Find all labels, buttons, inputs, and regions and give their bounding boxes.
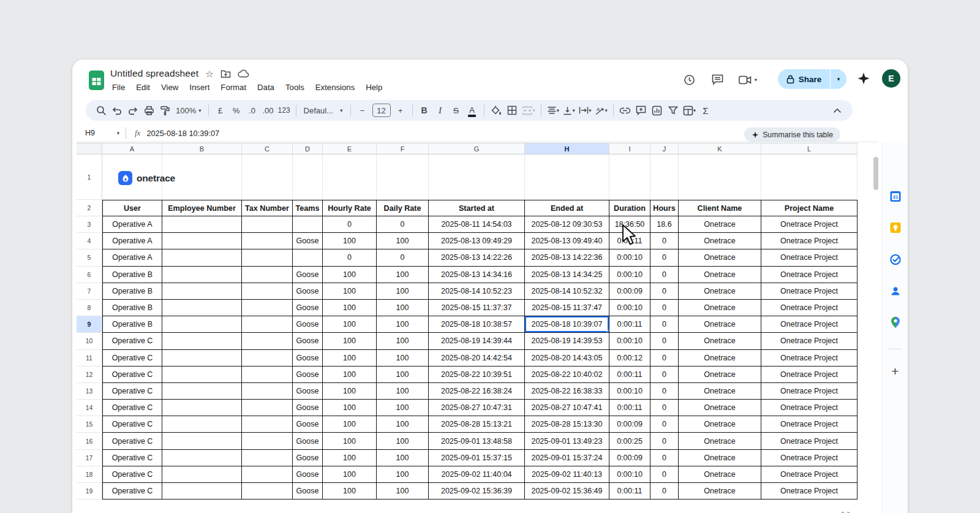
cell-K10[interactable]: Onetrace — [679, 333, 761, 349]
cell-I14[interactable]: 0:00:11 — [609, 400, 650, 416]
meet-caret-icon[interactable]: ▾ — [755, 77, 757, 83]
cell-E10[interactable]: 100 — [323, 333, 377, 349]
cell-B6[interactable] — [162, 267, 242, 283]
cell-J6[interactable]: 0 — [650, 267, 679, 283]
currency-format-button[interactable]: £ — [213, 102, 228, 118]
cell-E18[interactable]: 100 — [323, 466, 377, 483]
cell-I15[interactable]: 0:00:09 — [609, 416, 650, 433]
cell-K18[interactable]: Onetrace — [679, 466, 761, 483]
keep-icon[interactable] — [889, 222, 901, 236]
cell-D7[interactable]: Goose — [293, 283, 323, 300]
cell-E3[interactable]: 0 — [323, 216, 377, 233]
cell-J16[interactable]: 0 — [650, 433, 679, 449]
cell-I11[interactable]: 0:00:12 — [609, 350, 650, 367]
cell-J19[interactable]: 0 — [650, 483, 679, 500]
header-cell-D2[interactable]: Teams — [293, 200, 323, 216]
borders-icon[interactable] — [504, 102, 520, 118]
cell-K3[interactable]: Onetrace — [679, 216, 761, 233]
cell-G9[interactable]: 2025-08-18 10:38:57 — [429, 316, 525, 333]
version-history-icon[interactable] — [681, 72, 697, 88]
cell-B11[interactable] — [162, 350, 242, 367]
cell-G12[interactable]: 2025-08-22 10:39:51 — [429, 367, 525, 383]
cell-F19[interactable]: 100 — [377, 483, 429, 500]
column-header-C[interactable]: C — [242, 143, 293, 154]
cell-A19[interactable]: Operative C — [102, 483, 162, 500]
cell-K1[interactable] — [679, 154, 761, 200]
cell-I5[interactable]: 0:00:10 — [609, 249, 650, 266]
row-header-8[interactable]: 8 — [77, 300, 102, 316]
row-header-2[interactable]: 2 — [77, 200, 102, 216]
cell-K16[interactable]: Onetrace — [679, 433, 761, 449]
cell-G7[interactable]: 2025-08-14 10:52:23 — [429, 283, 525, 300]
cell-D19[interactable]: Goose — [293, 483, 323, 500]
row-header-12[interactable]: 12 — [77, 367, 102, 383]
cell-G14[interactable]: 2025-08-27 10:47:31 — [429, 400, 525, 416]
header-cell-F2[interactable]: Daily Rate — [377, 200, 429, 216]
cell-J11[interactable]: 0 — [650, 350, 679, 367]
cell-K12[interactable]: Onetrace — [679, 367, 761, 383]
cell-F6[interactable]: 100 — [377, 267, 429, 283]
menu-tools[interactable]: Tools — [280, 82, 310, 93]
row-header-4[interactable]: 4 — [77, 233, 102, 249]
cell-L8[interactable]: Onetrace Project — [761, 300, 858, 316]
column-header-E[interactable]: E — [323, 143, 377, 154]
text-color-button[interactable]: A — [464, 102, 480, 118]
cell-G5[interactable]: 2025-08-13 14:22:26 — [429, 249, 525, 266]
text-rotation-icon[interactable]: A ▾ — [593, 102, 609, 118]
cell-E16[interactable]: 100 — [323, 433, 377, 449]
zoom-select[interactable]: 100%▾ — [173, 102, 205, 118]
cell-C11[interactable] — [242, 350, 293, 367]
cell-I12[interactable]: 0:00:11 — [609, 367, 650, 383]
share-button[interactable]: Share ▾ — [778, 69, 846, 89]
cell-J10[interactable]: 0 — [650, 333, 679, 349]
cell-I1[interactable] — [609, 154, 650, 200]
cell-E13[interactable]: 100 — [323, 383, 377, 400]
insert-comment-icon[interactable] — [633, 102, 649, 118]
cell-A16[interactable]: Operative C — [102, 433, 162, 449]
star-icon[interactable]: ☆ — [205, 69, 213, 78]
cell-H12[interactable]: 2025-08-22 10:40:02 — [525, 367, 609, 383]
cell-D4[interactable]: Goose — [293, 233, 323, 249]
font-size-input[interactable]: 12 — [372, 104, 391, 117]
cell-C3[interactable] — [242, 216, 293, 233]
cell-K7[interactable]: Onetrace — [679, 283, 761, 300]
cell-F17[interactable]: 100 — [377, 450, 429, 466]
column-header-K[interactable]: K — [679, 143, 761, 154]
cell-F18[interactable]: 100 — [377, 466, 429, 483]
cell-H19[interactable]: 2025-09-02 15:36:49 — [525, 483, 609, 500]
header-cell-J2[interactable]: Hours — [650, 200, 679, 216]
cell-K17[interactable]: Onetrace — [679, 450, 761, 466]
row-header-15[interactable]: 15 — [77, 416, 102, 433]
cell-B17[interactable] — [162, 450, 242, 466]
cell-C9[interactable] — [242, 316, 293, 333]
cell-G16[interactable]: 2025-09-01 13:48:58 — [429, 433, 525, 449]
cell-K9[interactable]: Onetrace — [679, 316, 761, 333]
cell-I8[interactable]: 0:00:10 — [609, 300, 650, 316]
cell-H11[interactable]: 2025-08-20 14:43:05 — [525, 350, 609, 367]
cell-C18[interactable] — [242, 466, 293, 483]
menu-extensions[interactable]: Extensions — [310, 82, 361, 93]
cell-L14[interactable]: Onetrace Project — [761, 400, 858, 416]
row-header-10[interactable]: 10 — [77, 333, 102, 349]
gemini-sparkle-icon[interactable] — [857, 72, 870, 88]
header-cell-K2[interactable]: Client Name — [679, 200, 761, 216]
google-sheets-logo-icon[interactable] — [88, 70, 105, 93]
cell-F16[interactable]: 100 — [377, 433, 429, 449]
cell-L10[interactable]: Onetrace Project — [761, 333, 858, 349]
text-wrap-icon[interactable]: ▾ — [577, 102, 593, 118]
cell-E14[interactable]: 100 — [323, 400, 377, 416]
cell-D15[interactable]: Goose — [293, 416, 323, 433]
menu-file[interactable]: File — [107, 82, 130, 93]
cell-I16[interactable]: 0:00:25 — [609, 433, 650, 449]
cell-G15[interactable]: 2025-08-28 15:13:21 — [429, 416, 525, 433]
cell-H13[interactable]: 2025-08-22 16:38:33 — [525, 383, 609, 400]
header-cell-H2[interactable]: Ended at — [525, 200, 609, 216]
cell-C12[interactable] — [242, 367, 293, 383]
fill-handle[interactable] — [606, 330, 609, 333]
cell-E8[interactable]: 100 — [323, 300, 377, 316]
cell-L6[interactable]: Onetrace Project — [761, 267, 858, 283]
cell-G4[interactable]: 2025-08-13 09:49:29 — [429, 233, 525, 249]
cell-C7[interactable] — [242, 283, 293, 300]
header-cell-A2[interactable]: User — [102, 200, 162, 216]
cell-L9[interactable]: Onetrace Project — [761, 316, 858, 333]
